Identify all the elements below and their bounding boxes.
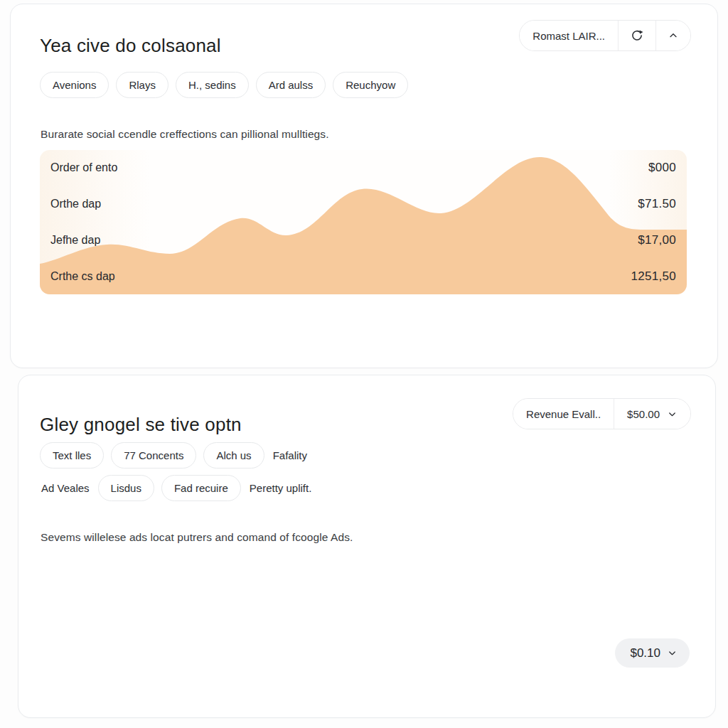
filter-pill[interactable]: H., sedins	[176, 72, 249, 98]
tag-text: Fafality	[272, 443, 309, 468]
card2-title: Gley gnogel se tive optn	[40, 414, 242, 436]
tag-pill[interactable]: Text lles	[40, 442, 104, 469]
chevron-down-icon	[667, 648, 678, 658]
filter-pill[interactable]: Reuchyow	[333, 72, 408, 98]
chart-row-label: Order of ento	[50, 161, 117, 174]
filter-pill[interactable]: Rlays	[116, 72, 168, 98]
card2-tags-row2: Ad Veales Lisdus Fad recuire Peretty upl…	[40, 475, 313, 501]
chart-row-value: $000	[648, 161, 676, 175]
card1-description: Burarate social ccendle creffections can…	[41, 128, 329, 141]
chevron-up-icon	[668, 30, 679, 41]
chart-row-value: $71.50	[638, 197, 676, 211]
chart-row[interactable]: Crthe cs dap 1251,50	[40, 258, 687, 294]
chart-row[interactable]: Orthe dap $71.50	[40, 186, 687, 223]
performance-chart: Order of ento $000 Orthe dap $71.50 Jefh…	[40, 150, 687, 294]
card2-header-control: Revenue Evall.. $50.00	[513, 398, 691, 429]
refresh-icon	[630, 28, 644, 43]
card2-control-label-button[interactable]: Revenue Evall..	[513, 399, 614, 429]
card1-title: Yea cive do colsaonal	[40, 35, 221, 57]
bid-amount-dropdown[interactable]: $0.10	[615, 638, 690, 668]
card1-header-control: Romast LAIR...	[519, 20, 691, 51]
card1-filter-pills: Avenions Rlays H., sedins Ard aulss Reuc…	[40, 72, 408, 98]
revenue-value-dropdown[interactable]: $50.00	[614, 399, 690, 429]
chart-row-label: Crthe cs dap	[50, 270, 115, 283]
filter-pill[interactable]: Ard aulss	[256, 72, 326, 98]
collapse-button[interactable]	[656, 21, 690, 50]
filter-pill[interactable]: Avenions	[40, 72, 109, 98]
tag-pill[interactable]: Alch us	[203, 442, 264, 469]
card2-tags-row1: Text lles 77 Concents Alch us Fafality	[40, 442, 309, 469]
refresh-button[interactable]	[619, 21, 655, 50]
tag-pill[interactable]: Lisdus	[98, 475, 154, 501]
bid-amount: $0.10	[630, 646, 660, 660]
chart-row[interactable]: Order of ento $000	[40, 150, 687, 186]
page: { "colors": { "wave_fill": "#f7ca9c", "s…	[0, 0, 728, 728]
chart-row-label: Jefhe dap	[50, 234, 100, 247]
chart-row-value: $17,00	[638, 233, 676, 247]
tag-pill[interactable]: Fad recuire	[161, 475, 241, 501]
chart-row-label: Orthe dap	[50, 198, 101, 210]
campaign-card: Yea cive do colsaonal Romast LAIR... Ave…	[10, 4, 718, 368]
adgroup-card: Gley gnogel se tive optn Revenue Evall..…	[18, 375, 716, 718]
tag-text: Peretty uplift.	[248, 476, 314, 500]
chevron-down-icon	[667, 409, 678, 419]
tag-text: Ad Veales	[40, 476, 91, 500]
revenue-value: $50.00	[627, 408, 660, 420]
chart-row[interactable]: Jefhe dap $17,00	[40, 223, 687, 259]
chart-row-value: 1251,50	[631, 269, 676, 284]
card1-control-label-button[interactable]: Romast LAIR...	[520, 21, 618, 50]
chart-rows: Order of ento $000 Orthe dap $71.50 Jefh…	[40, 150, 687, 294]
card2-description: Sevems willelese ads locat putrers and c…	[41, 531, 353, 544]
tag-pill[interactable]: 77 Concents	[111, 442, 196, 469]
